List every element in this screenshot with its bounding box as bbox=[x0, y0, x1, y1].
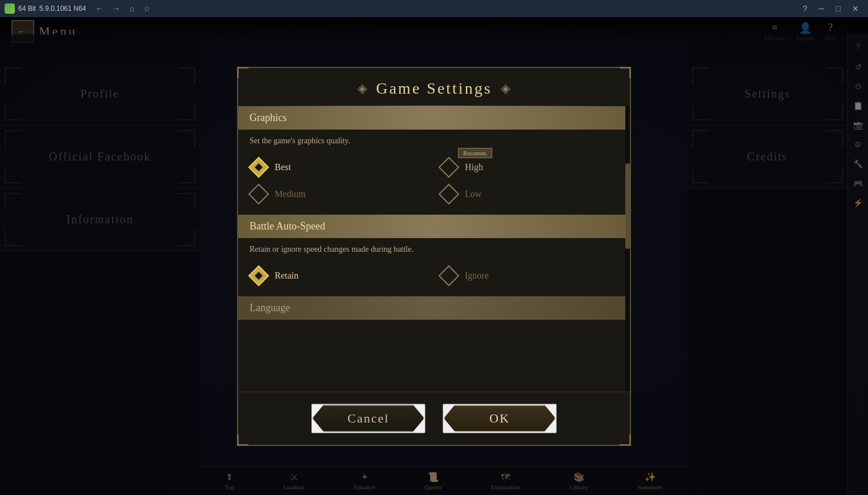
graphics-section-header: Graphics bbox=[238, 106, 630, 130]
settings-modal: ◈ Game Settings ◈ Graphics Set the game'… bbox=[237, 67, 631, 446]
option-high-label: High bbox=[465, 162, 483, 172]
title-bar-nav: ← → ⌂ ☆ bbox=[93, 3, 153, 14]
language-title: Language bbox=[250, 302, 290, 313]
option-best-diamond bbox=[250, 158, 268, 176]
recomm-badge: Recomm. bbox=[458, 148, 492, 158]
modal-corner-br bbox=[620, 434, 631, 446]
option-retain[interactable]: Retain bbox=[250, 267, 428, 285]
modal-deco-right: ◈ bbox=[501, 81, 511, 96]
option-high-diamond bbox=[440, 158, 458, 176]
bookmark-button[interactable]: ☆ bbox=[141, 3, 153, 14]
option-ignore[interactable]: Ignore bbox=[440, 267, 618, 285]
option-low-diamond bbox=[440, 185, 458, 203]
forward-button[interactable]: → bbox=[110, 3, 123, 14]
graphics-description: Set the game's graphics quality. bbox=[238, 130, 630, 152]
maximize-button[interactable]: □ bbox=[831, 3, 845, 14]
battle-speed-section: Battle Auto-Speed Retain or ignore speed… bbox=[238, 215, 630, 296]
modal-deco-left: ◈ bbox=[357, 81, 367, 96]
back-button[interactable]: ← bbox=[93, 3, 106, 14]
ok-button[interactable]: OK bbox=[443, 404, 557, 433]
option-ignore-label: Ignore bbox=[465, 271, 489, 281]
language-section: Language bbox=[238, 296, 630, 320]
option-high[interactable]: High Recomm. bbox=[440, 158, 618, 176]
graphics-title: Graphics bbox=[250, 112, 287, 123]
modal-header: ◈ Game Settings ◈ bbox=[238, 68, 630, 106]
app-icon bbox=[5, 3, 15, 14]
title-bar-left: 64 Bit 5.9.0.1061 N64 bbox=[5, 3, 86, 14]
option-medium-label: Medium bbox=[275, 189, 306, 199]
option-ignore-diamond bbox=[440, 267, 458, 285]
modal-content[interactable]: Graphics Set the game's graphics quality… bbox=[238, 106, 630, 392]
modal-overlay: ◈ Game Settings ◈ Graphics Set the game'… bbox=[0, 17, 868, 495]
title-bar-controls: ? ─ □ ✕ bbox=[798, 3, 863, 14]
graphics-section: Graphics Set the game's graphics quality… bbox=[238, 106, 630, 215]
option-medium[interactable]: Medium bbox=[250, 185, 428, 203]
game-area: ← Menu ≡ Missions 👤 Friends ? Help Profi… bbox=[0, 17, 868, 495]
scroll-thumb bbox=[625, 163, 630, 249]
minimize-button[interactable]: ─ bbox=[814, 3, 829, 14]
close-button[interactable]: ✕ bbox=[847, 3, 863, 14]
scroll-indicator bbox=[625, 106, 630, 392]
help-button[interactable]: ? bbox=[798, 3, 812, 14]
battle-speed-description: Retain or ignore speed changes made duri… bbox=[238, 238, 630, 261]
ok-label: OK bbox=[489, 411, 510, 426]
modal-corner-bl bbox=[237, 434, 248, 446]
home-button[interactable]: ⌂ bbox=[127, 3, 136, 14]
app-title: 64 Bit bbox=[18, 5, 36, 13]
option-low-label: Low bbox=[465, 189, 481, 199]
graphics-options: Best High Recomm. Medium bbox=[238, 152, 630, 215]
battle-speed-options: Retain Ignore bbox=[238, 261, 630, 296]
cancel-label: Cancel bbox=[347, 411, 389, 426]
battle-speed-title: Battle Auto-Speed bbox=[250, 220, 325, 232]
option-retain-diamond bbox=[250, 267, 268, 285]
option-retain-label: Retain bbox=[275, 271, 299, 281]
modal-title: Game Settings bbox=[376, 79, 492, 98]
battle-speed-section-header: Battle Auto-Speed bbox=[238, 215, 630, 238]
option-low[interactable]: Low bbox=[440, 185, 618, 203]
option-medium-diamond bbox=[250, 185, 268, 203]
option-best[interactable]: Best bbox=[250, 158, 428, 176]
cancel-button[interactable]: Cancel bbox=[311, 404, 425, 433]
language-section-header: Language bbox=[238, 296, 630, 320]
app-version: 5.9.0.1061 N64 bbox=[39, 5, 86, 13]
option-best-label: Best bbox=[275, 162, 291, 172]
title-bar: 64 Bit 5.9.0.1061 N64 ← → ⌂ ☆ ? ─ □ ✕ bbox=[0, 0, 868, 17]
modal-footer: Cancel OK bbox=[238, 392, 630, 445]
